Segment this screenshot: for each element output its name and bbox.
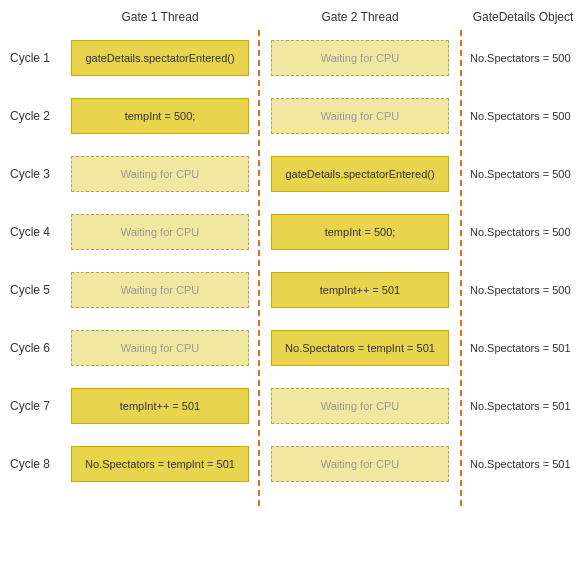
cycle-label-8: Cycle 8 xyxy=(0,457,60,471)
cycle-row-3: Cycle 3Waiting for CPUgateDetails.specta… xyxy=(0,148,586,200)
gate1-cell-7: tempInt++ = 501 xyxy=(60,388,260,424)
details-text-1: No.Spectators = 500 xyxy=(470,52,571,64)
gate2-box-1: Waiting for CPU xyxy=(271,40,449,76)
cycle-row-5: Cycle 5Waiting for CPUtempInt++ = 501No.… xyxy=(0,264,586,316)
divider-left xyxy=(258,30,260,506)
cycle-label-2: Cycle 2 xyxy=(0,109,60,123)
cycles-container: Cycle 1gateDetails.spectatorEntered()Wai… xyxy=(0,32,586,490)
gate1-box-6: Waiting for CPU xyxy=(71,330,249,366)
details-cell-5: No.Spectators = 500 xyxy=(460,284,586,296)
details-cell-1: No.Spectators = 500 xyxy=(460,52,586,64)
cycle-label-7: Cycle 7 xyxy=(0,399,60,413)
details-text-5: No.Spectators = 500 xyxy=(470,284,571,296)
gate2-cell-1: Waiting for CPU xyxy=(260,40,460,76)
details-cell-7: No.Spectators = 501 xyxy=(460,400,586,412)
gate1-cell-4: Waiting for CPU xyxy=(60,214,260,250)
cycle-row-8: Cycle 8No.Spectators = tempInt = 501Wait… xyxy=(0,438,586,490)
details-text-8: No.Spectators = 501 xyxy=(470,458,571,470)
cycle-label-4: Cycle 4 xyxy=(0,225,60,239)
gate2-box-8: Waiting for CPU xyxy=(271,446,449,482)
gate1-box-5: Waiting for CPU xyxy=(71,272,249,308)
gate1-box-2: tempInt = 500; xyxy=(71,98,249,134)
gate2-box-4: tempInt = 500; xyxy=(271,214,449,250)
divider-right xyxy=(460,30,462,506)
main-container: Gate 1 Thread Gate 2 Thread GateDetails … xyxy=(0,0,586,506)
details-cell-8: No.Spectators = 501 xyxy=(460,458,586,470)
gate1-box-3: Waiting for CPU xyxy=(71,156,249,192)
gate2-cell-7: Waiting for CPU xyxy=(260,388,460,424)
gate1-box-4: Waiting for CPU xyxy=(71,214,249,250)
cycle-row-4: Cycle 4Waiting for CPUtempInt = 500;No.S… xyxy=(0,206,586,258)
header-gate1: Gate 1 Thread xyxy=(60,10,260,24)
gate2-cell-6: No.Spectators = tempInt = 501 xyxy=(260,330,460,366)
header-row: Gate 1 Thread Gate 2 Thread GateDetails … xyxy=(0,10,586,24)
cycle-row-6: Cycle 6Waiting for CPUNo.Spectators = te… xyxy=(0,322,586,374)
details-cell-4: No.Spectators = 500 xyxy=(460,226,586,238)
gate2-cell-3: gateDetails.spectatorEntered() xyxy=(260,156,460,192)
gate2-box-2: Waiting for CPU xyxy=(271,98,449,134)
cycle-label-6: Cycle 6 xyxy=(0,341,60,355)
gate2-cell-5: tempInt++ = 501 xyxy=(260,272,460,308)
header-cycle xyxy=(0,10,60,24)
gate1-box-8: No.Spectators = tempInt = 501 xyxy=(71,446,249,482)
gate2-cell-4: tempInt = 500; xyxy=(260,214,460,250)
gate1-cell-2: tempInt = 500; xyxy=(60,98,260,134)
details-text-2: No.Spectators = 500 xyxy=(470,110,571,122)
gate2-box-3: gateDetails.spectatorEntered() xyxy=(271,156,449,192)
gate2-box-6: No.Spectators = tempInt = 501 xyxy=(271,330,449,366)
details-text-3: No.Spectators = 500 xyxy=(470,168,571,180)
details-text-6: No.Spectators = 501 xyxy=(470,342,571,354)
cycle-label-3: Cycle 3 xyxy=(0,167,60,181)
gate2-box-5: tempInt++ = 501 xyxy=(271,272,449,308)
gate2-box-7: Waiting for CPU xyxy=(271,388,449,424)
cycle-row-1: Cycle 1gateDetails.spectatorEntered()Wai… xyxy=(0,32,586,84)
details-text-4: No.Spectators = 500 xyxy=(470,226,571,238)
header-gate2: Gate 2 Thread xyxy=(260,10,460,24)
details-cell-2: No.Spectators = 500 xyxy=(460,110,586,122)
gate1-box-7: tempInt++ = 501 xyxy=(71,388,249,424)
details-text-7: No.Spectators = 501 xyxy=(470,400,571,412)
gate2-cell-2: Waiting for CPU xyxy=(260,98,460,134)
details-cell-3: No.Spectators = 500 xyxy=(460,168,586,180)
gate1-cell-6: Waiting for CPU xyxy=(60,330,260,366)
gate1-cell-3: Waiting for CPU xyxy=(60,156,260,192)
gate1-box-1: gateDetails.spectatorEntered() xyxy=(71,40,249,76)
header-details: GateDetails Object xyxy=(460,10,586,24)
details-cell-6: No.Spectators = 501 xyxy=(460,342,586,354)
cycle-label-5: Cycle 5 xyxy=(0,283,60,297)
gate2-cell-8: Waiting for CPU xyxy=(260,446,460,482)
gate1-cell-8: No.Spectators = tempInt = 501 xyxy=(60,446,260,482)
cycle-row-2: Cycle 2tempInt = 500;Waiting for CPUNo.S… xyxy=(0,90,586,142)
gate1-cell-1: gateDetails.spectatorEntered() xyxy=(60,40,260,76)
cycle-row-7: Cycle 7tempInt++ = 501Waiting for CPUNo.… xyxy=(0,380,586,432)
cycle-label-1: Cycle 1 xyxy=(0,51,60,65)
gate1-cell-5: Waiting for CPU xyxy=(60,272,260,308)
